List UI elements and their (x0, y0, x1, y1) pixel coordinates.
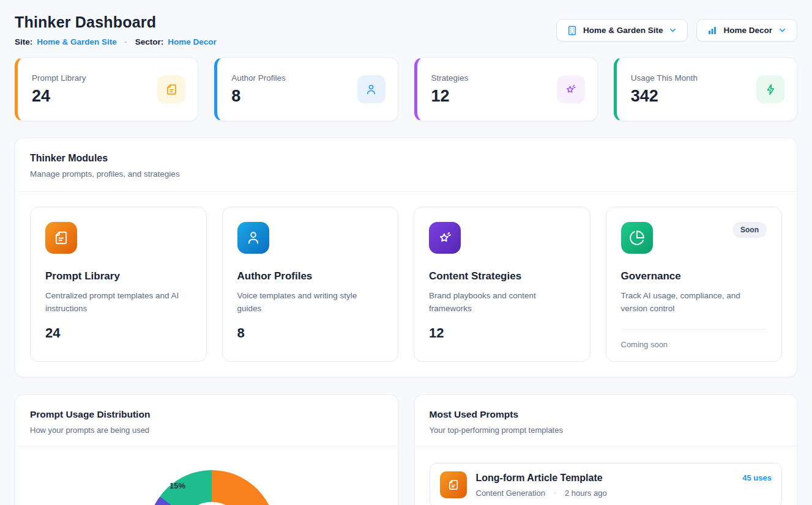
modules-header: Thinker Modules Manage prompts, profiles… (15, 138, 797, 192)
bolt-icon (756, 75, 784, 103)
module-card-author-profiles[interactable]: Author Profiles Voice templates and writ… (222, 207, 399, 362)
usage-distribution-panel: Prompt Usage Distribution How your promp… (15, 394, 398, 505)
stat-cards-row: Prompt Library 24 Author Profiles 8 Stra… (15, 57, 797, 121)
sparkle-star-icon (557, 75, 585, 103)
breadcrumb-dot: · (121, 38, 131, 46)
module-title: Author Profiles (237, 270, 384, 282)
usage-panel-title: Prompt Usage Distribution (30, 409, 383, 420)
sector-selector-button[interactable]: Home Decor (696, 19, 797, 42)
stat-text: Author Profiles 8 (231, 73, 286, 106)
prompt-item-meta: Content Generation · 2 hours ago (476, 488, 607, 498)
module-description: Track AI usage, compliance, and version … (621, 290, 767, 315)
site-label: Site: (15, 37, 32, 46)
stat-value: 8 (231, 87, 286, 106)
document-icon (45, 222, 77, 254)
stat-text: Strategies 12 (431, 73, 469, 106)
module-divider (621, 329, 767, 330)
usage-donut-chart (147, 470, 276, 505)
header-selectors: Home & Garden Site Home Decor (556, 19, 797, 42)
module-card-prompt-library[interactable]: Prompt Library Centralized prompt templa… (30, 207, 207, 362)
prompt-item-uses-badge: 45 uses (742, 473, 772, 482)
stat-value: 342 (631, 87, 698, 106)
site-selector-label: Home & Garden Site (583, 26, 663, 35)
sector-link[interactable]: Home Decor (168, 37, 217, 46)
stat-card-strategies: Strategies 12 (414, 57, 598, 121)
site-link[interactable]: Home & Garden Site (37, 37, 117, 46)
sector-selector-label: Home Decor (723, 26, 772, 35)
document-icon (157, 75, 185, 103)
bottom-panels: Prompt Usage Distribution How your promp… (15, 394, 797, 505)
usage-panel-header: Prompt Usage Distribution How your promp… (15, 395, 398, 446)
module-title: Governance (621, 270, 767, 282)
prompt-list-item[interactable]: Long-form Article Template Content Gener… (430, 463, 783, 505)
dashboard-page: Thinker Dashboard Site: Home & Garden Si… (0, 0, 812, 505)
usage-panel-subtitle: How your prompts are being used (30, 426, 383, 435)
stat-card-usage: Usage This Month 342 (614, 57, 797, 121)
user-icon (237, 222, 269, 254)
prompts-panel-subtitle: Your top-performing prompt templates (430, 426, 783, 435)
stat-value: 24 (32, 87, 86, 106)
sparkle-star-icon (429, 222, 461, 254)
chevron-down-icon (668, 26, 677, 35)
soon-badge: Soon (732, 222, 767, 238)
stat-label: Usage This Month (631, 73, 698, 83)
module-description: Brand playbooks and content frameworks (429, 290, 575, 315)
module-description: Voice templates and writing style guides (237, 290, 384, 315)
modules-section: Thinker Modules Manage prompts, profiles… (15, 138, 797, 377)
stat-label: Strategies (431, 73, 469, 83)
modules-subtitle: Manage prompts, profiles, and strategies (30, 169, 782, 179)
module-count: 12 (429, 325, 575, 341)
pie-chart-icon (621, 222, 653, 254)
breadcrumb: Site: Home & Garden Site · Sector: Home … (15, 37, 217, 46)
module-description: Centralized prompt templates and AI inst… (45, 290, 192, 315)
module-card-governance[interactable]: Soon Governance Track AI usage, complian… (606, 207, 783, 362)
site-selector-button[interactable]: Home & Garden Site (556, 19, 688, 42)
donut-slice-label: 15% (169, 481, 185, 490)
module-count: 24 (45, 325, 192, 341)
stat-card-prompt-library: Prompt Library 24 (15, 57, 198, 121)
prompt-item-time: 2 hours ago (565, 488, 607, 498)
module-card-content-strategies[interactable]: Content Strategies Brand playbooks and c… (414, 207, 590, 362)
coming-soon-text: Coming soon (621, 340, 767, 349)
stat-text: Prompt Library 24 (32, 73, 86, 106)
prompts-panel-header: Most Used Prompts Your top-performing pr… (415, 395, 797, 446)
stat-text: Usage This Month 342 (631, 73, 698, 106)
modules-grid: Prompt Library Centralized prompt templa… (15, 192, 797, 377)
prompt-item-text: Long-form Article Template Content Gener… (476, 473, 607, 498)
module-title: Content Strategies (429, 270, 575, 282)
meta-dot: · (550, 488, 560, 497)
building-icon (567, 25, 578, 36)
module-title: Prompt Library (45, 270, 192, 282)
sector-label: Sector: (135, 37, 164, 46)
prompt-item-title: Long-form Article Template (476, 473, 607, 484)
chevron-down-icon (778, 26, 787, 35)
most-used-prompts-panel: Most Used Prompts Your top-performing pr… (414, 394, 798, 505)
header-left: Thinker Dashboard Site: Home & Garden Si… (15, 13, 217, 46)
stat-label: Prompt Library (32, 73, 86, 83)
prompts-panel-title: Most Used Prompts (430, 409, 783, 420)
stat-card-author-profiles: Author Profiles 8 (214, 57, 398, 121)
stat-value: 12 (431, 87, 469, 106)
modules-title: Thinker Modules (30, 153, 782, 164)
page-header: Thinker Dashboard Site: Home & Garden Si… (15, 13, 797, 46)
user-icon (357, 75, 386, 103)
page-title: Thinker Dashboard (15, 13, 217, 31)
document-icon (440, 471, 467, 498)
bar-chart-icon (707, 25, 718, 36)
module-count: 8 (237, 325, 384, 341)
stat-label: Author Profiles (231, 73, 286, 83)
prompt-item-category: Content Generation (476, 488, 545, 498)
